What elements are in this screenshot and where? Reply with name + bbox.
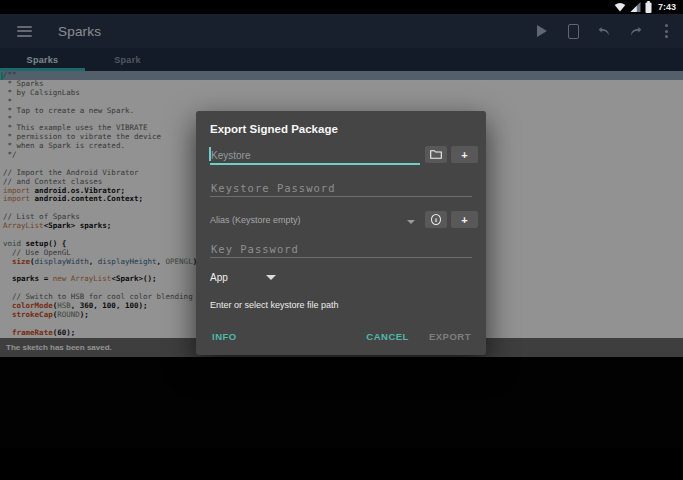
- new-keystore-button[interactable]: +: [451, 146, 478, 163]
- status-bar: 7:43: [0, 0, 683, 14]
- wifi-icon: [614, 2, 626, 12]
- keystore-password-underline: [210, 196, 472, 197]
- browse-keystore-button[interactable]: [425, 146, 447, 163]
- export-button[interactable]: EXPORT: [427, 327, 473, 346]
- key-password-input[interactable]: [211, 242, 461, 256]
- keystore-underline: [210, 163, 420, 165]
- info-icon: i: [431, 214, 441, 225]
- dialog-button-row: INFO CANCEL EXPORT: [196, 327, 486, 346]
- build-target-dropdown[interactable]: App: [210, 272, 276, 283]
- info-button[interactable]: INFO: [210, 327, 239, 346]
- export-signed-package-dialog: Export Signed Package + Alias (Keystore …: [196, 111, 486, 355]
- battery-icon: [645, 1, 652, 13]
- keystore-password-input[interactable]: [211, 181, 461, 195]
- android-nav-bar: [0, 448, 683, 480]
- alias-info-button[interactable]: i: [425, 211, 447, 228]
- cancel-button[interactable]: CANCEL: [364, 327, 411, 346]
- new-alias-button[interactable]: +: [451, 211, 478, 228]
- alias-dropdown-arrow-icon[interactable]: [407, 220, 415, 224]
- cellular-signal-icon: [630, 2, 641, 12]
- keystore-input[interactable]: [211, 148, 411, 162]
- alias-dropdown-label[interactable]: Alias (Keystore empty): [210, 215, 301, 225]
- dialog-title: Export Signed Package: [210, 123, 338, 135]
- folder-icon: [430, 150, 442, 159]
- clock-text: 7:43: [658, 2, 676, 12]
- key-password-underline: [210, 257, 472, 258]
- keystore-helper-text: Enter or select keystore file path: [210, 300, 339, 310]
- chevron-down-icon: [266, 275, 276, 280]
- screen: 7:43 Sparks SparksSpark /** * Sparks * b…: [0, 0, 683, 480]
- build-target-value: App: [210, 272, 228, 283]
